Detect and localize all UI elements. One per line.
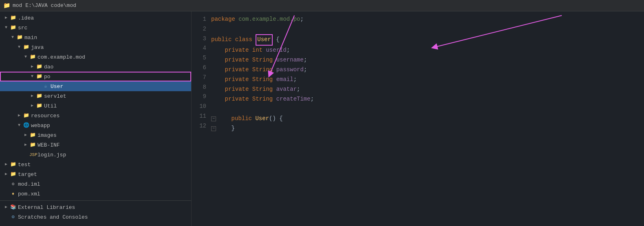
chevron-util [29, 103, 35, 109]
sidebar-item-images[interactable]: 📁 images [0, 130, 191, 140]
chevron-idea [3, 15, 9, 21]
sidebar-item-label: java [31, 44, 44, 50]
code-area[interactable]: 1 2 3 4 5 6 7 8 9 10 11 12 package com [192, 11, 644, 226]
sidebar-item-label: target [18, 171, 37, 178]
folder-webinf-icon: 📁 [29, 142, 36, 148]
chevron-webapp [16, 123, 22, 128]
sidebar-item-label: login.jsp [37, 152, 66, 158]
sidebar-item-external-libraries[interactable]: 📚 External Libraries [0, 202, 191, 212]
code-line-3: public class User { [211, 34, 636, 46]
fold-icon-close[interactable]: − [211, 126, 216, 131]
folder-icon: 📁 [3, 2, 10, 9]
line-numbers: 1 2 3 4 5 6 7 8 9 10 11 12 [192, 15, 211, 223]
jsp-icon: JSP [29, 151, 36, 158]
code-line-9: private String createTime; [211, 94, 636, 104]
folder-servlet-icon: 📁 [36, 93, 42, 99]
fold-icon[interactable]: − [211, 116, 216, 121]
chevron-resources [16, 113, 22, 118]
xml-icon: ♦ [10, 191, 16, 197]
sidebar-item-label: test [18, 162, 31, 168]
class-name-highlight: User [256, 34, 273, 46]
sidebar-item-pom-xml[interactable]: ♦ pom.xml [0, 189, 191, 199]
sidebar-item-label: src [18, 25, 27, 31]
sidebar-item-label: main [24, 35, 37, 41]
code-line-12: − } [211, 124, 636, 134]
folder-idea-icon: 📁 [10, 15, 16, 21]
sidebar-item-po[interactable]: 📁 po [0, 72, 191, 81]
code-content: package com.example.mod.po; public class… [211, 15, 644, 223]
folder-util-icon: 📁 [36, 103, 42, 109]
chevron-target [3, 171, 9, 177]
chevron-servlet [29, 93, 35, 99]
sidebar-item-label: Util [44, 103, 57, 109]
folder-images-icon: 📁 [29, 132, 36, 138]
folder-java-icon: 📁 [23, 44, 29, 50]
sidebar-item-login-jsp[interactable]: JSP login.jsp [0, 150, 191, 160]
sidebar-item-webapp[interactable]: 🌐 webapp [0, 121, 191, 130]
folder-target-icon: 📁 [10, 171, 16, 178]
sidebar-item-mod-iml[interactable]: ⚙ mod.iml [0, 179, 191, 189]
external-libs-icon: 📚 [10, 204, 16, 211]
sidebar-item-label: External Libraries [18, 204, 75, 211]
sidebar-item-test[interactable]: 📁 test [0, 160, 191, 169]
code-line-10 [211, 104, 636, 114]
sidebar-item-label: images [37, 132, 57, 138]
sidebar-item-label: .idea [18, 15, 34, 21]
sidebar-item-label: Scratches and Consoles [18, 214, 88, 220]
folder-resources-icon: 📁 [23, 112, 29, 119]
sidebar-item-java[interactable]: 📁 java [0, 42, 191, 52]
title-bar: 📁 mod E:\JAVA code\mod [0, 0, 644, 11]
sidebar-item-main[interactable]: 📁 main [0, 33, 191, 42]
sidebar-item-label: servlet [44, 93, 66, 99]
sidebar-item-idea[interactable]: 📁 .idea [0, 13, 191, 23]
code-line-1: package com.example.mod.po; [211, 15, 636, 24]
code-editor-wrapper: 1 2 3 4 5 6 7 8 9 10 11 12 package com [192, 11, 644, 226]
sidebar-item-dao[interactable]: 📁 dao [0, 62, 191, 72]
code-editor[interactable]: 1 2 3 4 5 6 7 8 9 10 11 12 package com [192, 11, 644, 226]
sidebar-item-web-inf[interactable]: 📁 WEB-INF [0, 140, 191, 150]
chevron-test [3, 162, 9, 167]
code-line-4: private int userId; [211, 46, 636, 55]
sidebar-item-servlet[interactable]: 📁 servlet [0, 91, 191, 101]
folder-webapp-icon: 🌐 [23, 122, 29, 129]
sidebar-item-src[interactable]: 📁 src [0, 23, 191, 33]
title-text: mod E:\JAVA code\mod [13, 2, 76, 9]
folder-dao-icon: 📁 [36, 64, 42, 70]
sidebar-item-target[interactable]: 📁 target [0, 169, 191, 179]
chevron-com [23, 54, 29, 60]
sidebar-item-label: User [51, 83, 63, 90]
sidebar-item-util[interactable]: 📁 Util [0, 101, 191, 111]
sidebar-bottom: 📚 External Libraries ⚙ Scratches and Con… [0, 200, 191, 222]
chevron-main [10, 35, 15, 40]
chevron-dao [29, 64, 35, 70]
chevron-src [3, 25, 9, 31]
code-line-7: private String email; [211, 75, 636, 85]
chevron-ext-libs [3, 204, 9, 210]
folder-test-icon: 📁 [10, 161, 16, 168]
main-layout: 📁 .idea 📁 src 📁 main 📁 java 📁 com.exampl… [0, 11, 644, 226]
folder-src-icon: 📁 [10, 24, 16, 31]
sidebar-item-label: po [44, 74, 51, 80]
sidebar-item-com-example-mod[interactable]: 📁 com.example.mod [0, 52, 191, 62]
code-line-11: − public User() { [211, 114, 636, 124]
sidebar-item-label: pom.xml [18, 191, 40, 197]
sidebar-item-label: WEB-INF [37, 142, 60, 148]
chevron-images [23, 132, 29, 138]
chevron-po [29, 74, 35, 79]
folder-main-icon: 📁 [16, 34, 23, 41]
code-line-5: private String username; [211, 55, 636, 65]
sidebar-item-resources[interactable]: 📁 resources [0, 111, 191, 121]
chevron-java [16, 44, 22, 50]
code-line-6: private String password; [211, 65, 636, 75]
sidebar-item-label: webapp [31, 123, 50, 129]
sidebar-item-user[interactable]: ☕ User [0, 81, 191, 91]
folder-com-icon: 📁 [29, 54, 36, 60]
sidebar-item-scratches[interactable]: ⚙ Scratches and Consoles [0, 212, 191, 222]
sidebar-item-label: resources [31, 113, 60, 119]
folder-po-icon: 📁 [36, 73, 42, 80]
sidebar-item-label: com.example.mod [37, 54, 85, 60]
sidebar-item-label: dao [44, 64, 53, 70]
code-line-8: private String avatar; [211, 85, 636, 94]
sidebar: 📁 .idea 📁 src 📁 main 📁 java 📁 com.exampl… [0, 11, 192, 226]
chevron-webinf [23, 142, 29, 148]
